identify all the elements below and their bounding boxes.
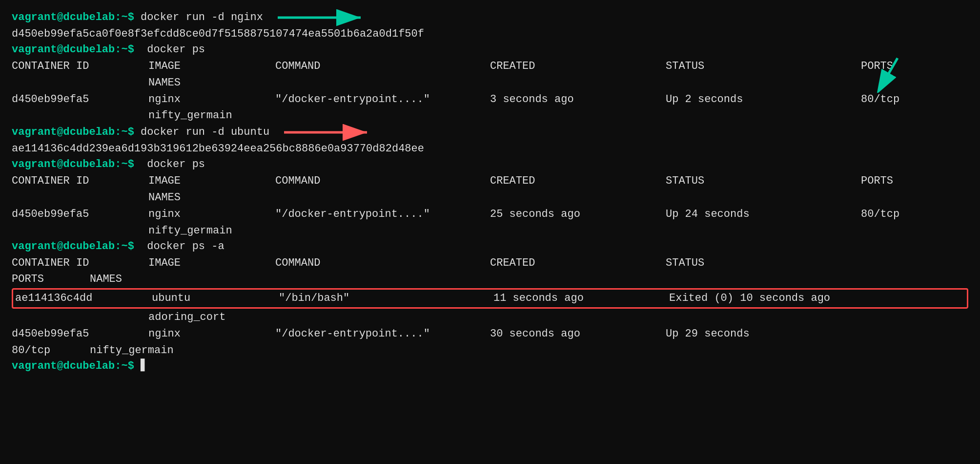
final-prompt-line: vagrant@dcubelab:~$ ▋ [12,359,968,374]
th3-status: STATUS [666,255,861,271]
th1-names: NAMES [148,75,181,91]
th1-id: CONTAINER ID [12,59,148,74]
cursor: ▋ [134,359,147,374]
th1-cmd: COMMAND [275,59,490,74]
teal-arrow-icon [273,9,370,26]
td3h-image: ubuntu [152,291,279,306]
table1-header-row1: CONTAINER ID IMAGE COMMAND CREATED STATU… [12,58,968,75]
th3-cmd: COMMAND [275,255,490,271]
line-1: vagrant@dcubelab:~$ docker run -d nginx [12,9,968,26]
hash-text-ubuntu: ae114136c4dd239ea6d193b319612be63924eea2… [12,143,424,155]
table1-data-row1: d450eb99efa5 nginx "/docker-entrypoint..… [12,91,968,108]
svg-line-3 [883,58,898,84]
td1-ports: 80/tcp [861,92,959,107]
line-docker-psa: vagrant@dcubelab:~$ docker ps -a [12,239,968,254]
td1-cmd: "/docker-entrypoint...." [275,92,490,107]
table3-data-row2-names: 80/tcp nifty_germain [12,343,968,359]
td3-2-created: 30 seconds ago [490,326,666,342]
th2-id: CONTAINER ID [12,173,148,189]
table2-data-row1: d450eb99efa5 nginx "/docker-entrypoint..… [12,206,968,223]
td2-ports: 80/tcp [861,207,959,222]
table2-header-names: NAMES [12,190,968,206]
td3h-id: ae114136c4dd [15,291,152,306]
hash-1: d450eb99efa5ca0f0e8f3efcdd8ce0d7f5158875… [12,26,968,42]
td3h-status: Exited (0) 10 seconds ago [669,291,965,306]
td1-status: Up 2 seconds [666,92,861,107]
td3h-names: adoring_cort [148,310,225,325]
td3h-created: 11 seconds ago [493,291,669,306]
prompt-ps2: vagrant@dcubelab:~$ [12,158,134,170]
cmd-3: docker ps [141,43,205,56]
th1-image: IMAGE [148,59,275,74]
th3-ports: PORTS [12,272,90,287]
table3-header-row2: PORTS NAMES [12,272,968,287]
th2-image: IMAGE [148,173,275,189]
th1-status: STATUS [666,60,704,72]
terminal-window: vagrant@dcubelab:~$ docker run -d nginx … [12,9,968,374]
td1-created: 3 seconds ago [490,92,666,107]
hash-text-1: d450eb99efa5ca0f0e8f3efcdd8ce0d7f5158875… [12,28,424,40]
prompt-ubuntu: vagrant@dcubelab:~$ [12,125,134,140]
th3-created: CREATED [490,255,666,271]
th1-created: CREATED [490,59,666,74]
table1-header-names: NAMES [12,75,968,91]
td3-2-names: nifty_germain [90,343,174,359]
hash-ubuntu: ae114136c4dd239ea6d193b319612be63924eea2… [12,141,968,157]
td2-id: d450eb99efa5 [12,207,148,222]
td3h-cmd: "/bin/bash" [279,291,493,306]
td2-cmd: "/docker-entrypoint...." [275,207,490,222]
td1-names: nifty_germain [148,108,232,124]
th3-names: NAMES [90,272,122,287]
red-arrow-icon [279,124,377,141]
td3-2-ports: 80/tcp [12,343,90,359]
cmd-ubuntu: docker run -d ubuntu [134,125,269,140]
table3-highlighted-names: adoring_cort [12,310,968,325]
prompt-3: vagrant@dcubelab:~$ [12,43,134,56]
table3-highlighted-row: ae114136c4dd ubuntu "/bin/bash" 11 secon… [12,288,968,309]
table2-header-row1: CONTAINER ID IMAGE COMMAND CREATED STATU… [12,172,968,190]
prompt-1: vagrant@dcubelab:~$ [12,10,134,25]
prompt-psa: vagrant@dcubelab:~$ [12,240,134,253]
td3-2-cmd: "/docker-entrypoint...." [275,326,490,342]
td1-id: d450eb99efa5 [12,92,148,107]
table2-data-names-row: nifty_germain [12,223,968,239]
td2-created: 25 seconds ago [490,207,666,222]
th2-created: CREATED [490,173,666,189]
th1-status-container: STATUS [666,59,861,74]
table3-header-row1: CONTAINER ID IMAGE COMMAND CREATED STATU… [12,254,968,272]
final-prompt: vagrant@dcubelab:~$ [12,359,134,374]
th3-image: IMAGE [148,255,275,271]
th3-id: CONTAINER ID [12,255,148,271]
td2-names: nifty_germain [148,223,232,239]
td3-2-id: d450eb99efa5 [12,326,148,342]
cmd-1: docker run -d nginx [134,10,263,25]
line-docker-ps-2: vagrant@dcubelab:~$ docker ps [12,157,968,172]
cmd-psa: docker ps -a [141,240,225,253]
line-docker-ubuntu: vagrant@dcubelab:~$ docker run -d ubuntu [12,124,968,141]
line-3: vagrant@dcubelab:~$ docker ps [12,42,968,58]
th2-names: NAMES [148,190,181,206]
td2-status: Up 24 seconds [666,207,861,222]
td3-2-image: nginx [148,326,275,342]
th2-cmd: COMMAND [275,173,490,189]
table3-data-row2: d450eb99efa5 nginx "/docker-entrypoint..… [12,325,968,343]
th2-ports: PORTS [861,173,959,189]
cmd-ps2: docker ps [141,158,205,170]
td2-image: nginx [148,207,275,222]
teal-down-arrow-icon [866,54,910,93]
td1-image: nginx [148,92,275,107]
td3-2-status: Up 29 seconds [666,326,861,342]
table1-data-names-row: nifty_germain [12,108,968,124]
th2-status: STATUS [666,173,861,189]
